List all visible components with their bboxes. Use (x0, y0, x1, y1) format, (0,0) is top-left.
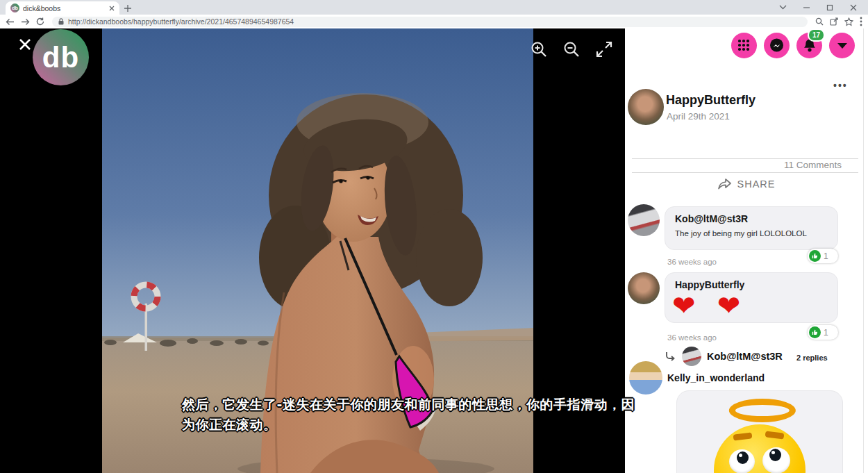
comment-author[interactable]: HappyButterfly (665, 273, 837, 290)
reply-avatar[interactable] (682, 347, 701, 366)
like-badge[interactable]: 1 (808, 249, 838, 263)
divider (632, 172, 858, 173)
notifications-button[interactable]: 17 (796, 33, 822, 58)
window-minimize-icon[interactable] (794, 0, 818, 15)
angel-halo (729, 399, 796, 422)
post-menu-icon[interactable]: ••• (833, 80, 848, 91)
comment-author[interactable]: Kob@ltM@st3R (665, 207, 837, 224)
comments-count[interactable]: 11 Comments (784, 160, 842, 170)
browser-menu-icon[interactable] (860, 17, 862, 26)
heart-emojis: ❤ ❤ (665, 290, 837, 321)
share-label: SHARE (737, 179, 776, 190)
zoom-page-icon[interactable] (815, 17, 824, 26)
panel-scrollbar[interactable] (863, 28, 864, 473)
address-bar[interactable]: http://dickandboobs/happybutterfly/archi… (52, 17, 808, 27)
comment-avatar[interactable] (628, 272, 660, 304)
grid-icon (738, 40, 750, 51)
angel-emoji-icon (714, 424, 806, 473)
share-arrow-icon (718, 179, 731, 190)
fullscreen-icon[interactable] (594, 40, 613, 58)
like-count: 1 (824, 251, 828, 261)
apps-grid-button[interactable] (731, 33, 757, 58)
zoom-in-icon[interactable] (529, 40, 548, 58)
lock-icon (58, 15, 64, 28)
comment-bubble: HappyButterfly ❤ ❤ (665, 272, 838, 323)
messenger-icon (769, 38, 785, 53)
site-favicon: db (10, 3, 19, 13)
bookmark-star-icon[interactable] (844, 17, 853, 26)
caret-down-icon (837, 43, 847, 49)
zoom-out-icon[interactable] (562, 40, 581, 58)
forward-icon[interactable] (21, 18, 30, 26)
browser-toolbar: http://dickandboobs/happybutterfly/archi… (0, 15, 868, 28)
comment-avatar[interactable] (629, 361, 662, 395)
share-page-icon[interactable] (830, 17, 838, 26)
comment-text: The joy of being my girl LOLOLOLOL (665, 224, 837, 238)
subtitle-line2: 为你正在滚动。 (182, 415, 699, 435)
share-button[interactable]: SHARE (625, 178, 868, 190)
comment-attachment-bubble (676, 390, 843, 473)
notification-badge: 17 (808, 28, 825, 42)
reload-icon[interactable] (36, 17, 44, 26)
window-close-icon[interactable] (842, 0, 865, 15)
subtitle-overlay: 然后，它发生了-迷失在关于你的朋友和前同事的性思想，你的手指滑动，因 为你正在滚… (182, 395, 699, 435)
replies-count[interactable]: 2 replies (796, 354, 828, 362)
tab-close-icon[interactable] (109, 6, 115, 11)
window-chevron-icon[interactable] (771, 0, 794, 15)
thumbs-up-icon (809, 326, 821, 338)
post-date: April 29th 2021 (667, 111, 730, 122)
reply-arrow-icon (665, 351, 676, 361)
browser-tab[interactable]: db dick&boobs (6, 1, 119, 15)
comment-author[interactable]: Kelly_in_wonderland (667, 372, 765, 383)
tab-title: dick&boobs (23, 4, 106, 13)
url-text: http://dickandboobs/happybutterfly/archi… (68, 17, 294, 26)
reply-author[interactable]: Kob@ltM@st3R (707, 351, 783, 362)
comment-bubble: Kob@ltM@st3R The joy of being my girl LO… (665, 206, 838, 250)
post-author-avatar[interactable] (628, 89, 664, 125)
page-content: db 17 (0, 28, 868, 473)
comment-time[interactable]: 36 weeks ago (667, 258, 717, 266)
site-logo[interactable]: db (33, 29, 89, 85)
tab-strip: db dick&boobs (0, 0, 868, 15)
window-controls (771, 0, 865, 15)
comment-avatar[interactable] (628, 204, 660, 236)
reply-row: Kob@ltM@st3R (665, 347, 783, 366)
thumbs-up-icon (809, 250, 821, 262)
back-icon[interactable] (6, 18, 15, 26)
like-count: 1 (824, 328, 828, 338)
like-badge[interactable]: 1 (808, 325, 838, 340)
divider (632, 158, 858, 159)
account-menu-button[interactable] (829, 33, 855, 58)
comment-time[interactable]: 36 weeks ago (667, 333, 717, 342)
viewer-close-icon[interactable] (17, 37, 33, 52)
browser-window: db dick&boobs (0, 0, 868, 473)
post-author-name[interactable]: HappyButterfly (666, 93, 756, 108)
messenger-button[interactable] (764, 33, 790, 58)
photo-tools (529, 40, 613, 58)
window-maximize-icon[interactable] (818, 0, 842, 15)
subtitle-line1: 然后，它发生了-迷失在关于你的朋友和前同事的性思想，你的手指滑动，因 (182, 395, 699, 415)
new-tab-button[interactable] (119, 1, 136, 15)
site-actions: 17 (731, 33, 855, 58)
